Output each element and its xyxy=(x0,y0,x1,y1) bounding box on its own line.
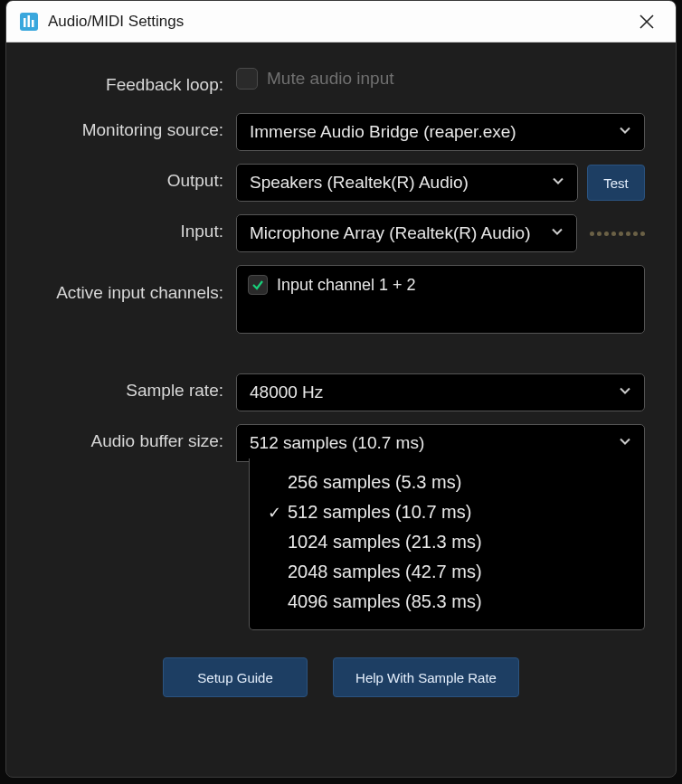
active-channels-box: Input channel 1 + 2 xyxy=(236,265,645,334)
help-sample-rate-button[interactable]: Help With Sample Rate xyxy=(333,657,519,697)
monitoring-source-select[interactable]: Immerse Audio Bridge (reaper.exe) xyxy=(236,113,645,151)
buffer-size-dropdown: 256 samples (5.3 ms) ✓ 512 samples (10.7… xyxy=(249,458,645,630)
label-output: Output: xyxy=(37,164,236,191)
row-active-channels: Active input channels: Input channel 1 +… xyxy=(37,265,645,334)
label-buffer-size: Audio buffer size: xyxy=(37,424,236,451)
monitoring-source-value: Immerse Audio Bridge (reaper.exe) xyxy=(250,122,631,142)
channel-1-2-label: Input channel 1 + 2 xyxy=(277,276,416,295)
buffer-option-label: 4096 samples (85.3 ms) xyxy=(288,591,628,612)
channel-1-2-checkbox[interactable] xyxy=(248,275,268,295)
footer-buttons: Setup Guide Help With Sample Rate xyxy=(6,657,676,697)
close-icon xyxy=(639,14,654,29)
row-buffer-size: Audio buffer size: 512 samples (10.7 ms) xyxy=(37,424,645,462)
sample-rate-value: 48000 Hz xyxy=(250,383,631,402)
check-mark: ✓ xyxy=(266,503,282,523)
buffer-option[interactable]: ✓ 512 samples (10.7 ms) xyxy=(250,497,644,527)
svg-rect-3 xyxy=(32,20,34,27)
test-output-button[interactable]: Test xyxy=(587,165,645,201)
svg-rect-1 xyxy=(24,18,26,27)
settings-content: Feedback loop: Mute audio input Monitori… xyxy=(6,43,676,657)
label-sample-rate: Sample rate: xyxy=(37,373,236,401)
output-value: Speakers (Realtek(R) Audio) xyxy=(250,173,564,193)
chevron-down-icon xyxy=(549,223,565,244)
row-monitoring-source: Monitoring source: Immerse Audio Bridge … xyxy=(37,113,645,151)
buffer-option[interactable]: 1024 samples (21.3 ms) xyxy=(250,527,644,557)
svg-rect-2 xyxy=(28,15,31,27)
row-sample-rate: Sample rate: 48000 Hz xyxy=(37,373,645,411)
setup-guide-button[interactable]: Setup Guide xyxy=(163,657,308,697)
check-icon xyxy=(251,279,264,291)
buffer-option-label: 2048 samples (42.7 ms) xyxy=(288,562,628,582)
label-feedback-loop: Feedback loop: xyxy=(37,68,236,95)
sample-rate-select[interactable]: 48000 Hz xyxy=(236,373,645,411)
chevron-down-icon xyxy=(617,383,633,403)
buffer-size-value: 512 samples (10.7 ms) xyxy=(250,433,631,453)
buffer-size-dropdown-panel: 256 samples (5.3 ms) ✓ 512 samples (10.7… xyxy=(249,458,645,630)
row-input: Input: Microphone Array (Realtek(R) Audi… xyxy=(37,214,645,252)
close-button[interactable] xyxy=(630,5,663,38)
input-select[interactable]: Microphone Array (Realtek(R) Audio) xyxy=(236,214,577,252)
settings-window: Audio/MIDI Settings Feedback loop: Mute … xyxy=(5,0,677,778)
output-select[interactable]: Speakers (Realtek(R) Audio) xyxy=(236,164,578,202)
input-value: Microphone Array (Realtek(R) Audio) xyxy=(250,223,564,243)
buffer-option[interactable]: 2048 samples (42.7 ms) xyxy=(250,557,644,587)
row-feedback-loop: Feedback loop: Mute audio input xyxy=(37,68,645,95)
buffer-option-label: 256 samples (5.3 ms) xyxy=(288,472,628,493)
buffer-option[interactable]: 256 samples (5.3 ms) xyxy=(250,468,644,497)
channel-row: Input channel 1 + 2 xyxy=(248,275,633,295)
mute-audio-checkbox[interactable] xyxy=(236,68,258,90)
chevron-down-icon xyxy=(617,433,633,454)
buffer-option-label: 512 samples (10.7 ms) xyxy=(288,502,628,523)
chevron-down-icon xyxy=(617,122,633,143)
label-active-channels: Active input channels: xyxy=(37,265,236,303)
chevron-down-icon xyxy=(550,173,566,194)
window-title: Audio/MIDI Settings xyxy=(48,13,630,31)
label-input: Input: xyxy=(37,214,236,241)
row-output: Output: Speakers (Realtek(R) Audio) Test xyxy=(37,164,645,202)
buffer-option[interactable]: 4096 samples (85.3 ms) xyxy=(250,587,644,617)
titlebar: Audio/MIDI Settings xyxy=(6,1,676,43)
mute-audio-label: Mute audio input xyxy=(267,69,394,89)
app-icon xyxy=(19,12,39,32)
buffer-option-label: 1024 samples (21.3 ms) xyxy=(288,532,628,553)
label-monitoring-source: Monitoring source: xyxy=(37,113,236,140)
input-level-meter xyxy=(586,231,645,236)
buffer-size-select[interactable]: 512 samples (10.7 ms) xyxy=(236,424,645,462)
